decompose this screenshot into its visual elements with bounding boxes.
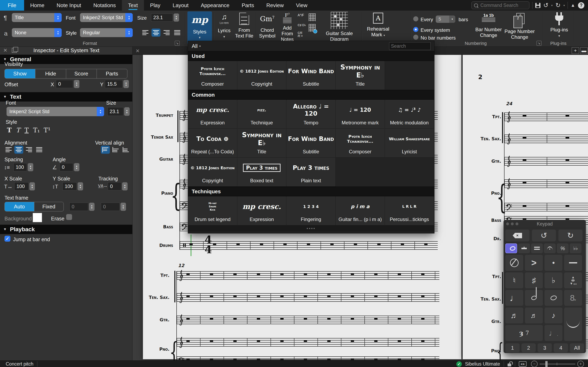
- from-text-file-button[interactable]: From Text File: [234, 13, 254, 39]
- lyrics-button[interactable]: ♫ Lo-rem Lyrics ▼: [215, 13, 233, 38]
- subscript-button[interactable]: T₁: [33, 126, 40, 134]
- sixteenth-note-button[interactable]: ♬: [505, 308, 523, 323]
- size-input[interactable]: 23.1: [151, 13, 173, 22]
- rest-button[interactable]: ȝ7: [505, 325, 543, 341]
- close-tab-icon[interactable]: ✕: [136, 48, 140, 54]
- menu-tab-home[interactable]: Home: [24, 0, 51, 11]
- hide-button[interactable]: Hide: [35, 69, 66, 78]
- redo-icon[interactable]: ↻: [555, 2, 561, 8]
- staff[interactable]: [180, 241, 438, 250]
- show-button[interactable]: Show: [5, 69, 35, 78]
- bold-button[interactable]: T: [7, 126, 12, 134]
- style-tile-title[interactable]: Symphony in E♭Title: [237, 129, 286, 158]
- voice-1-button[interactable]: 1: [505, 343, 520, 352]
- tie-button[interactable]: [564, 308, 582, 341]
- playback-section-header[interactable]: ▼Playback: [0, 225, 132, 234]
- frame-width-input[interactable]: 0: [69, 203, 88, 211]
- style-tile-fingering[interactable]: 1 2 3 4Fingering: [286, 196, 336, 225]
- keypad-tab-bars[interactable]: %: [557, 243, 569, 253]
- add-from-notes-button[interactable]: F7 Add From Notes: [278, 13, 297, 42]
- every-n-bars-radio[interactable]: [413, 16, 418, 21]
- inspector-font-select[interactable]: Inkpen2 Script Std▴▾: [7, 107, 104, 116]
- style-tile-boxed-text[interactable]: Play 3 timesBoxed text: [237, 158, 286, 187]
- keypad-titlebar[interactable]: Keypad: [504, 220, 586, 228]
- staff[interactable]: [504, 179, 588, 188]
- style-tile-title[interactable]: Symphony in E♭Title: [336, 61, 385, 90]
- redo-menu-caret[interactable]: ▾: [563, 4, 565, 7]
- keypad-tab-beams[interactable]: [518, 243, 530, 253]
- offset-x-input[interactable]: 0: [56, 80, 73, 88]
- chord-symbol-button[interactable]: Gm7 Chord Symbol: [258, 13, 277, 39]
- undo-icon[interactable]: ↺: [543, 2, 548, 8]
- style-tile-guitar-fin-p-i-m-a-[interactable]: p i m aGuitar fin... (p i m a): [336, 196, 385, 225]
- tracking-input[interactable]: 0: [108, 182, 121, 191]
- staff[interactable]: [504, 113, 588, 121]
- sharp-button[interactable]: ♯: [525, 272, 543, 288]
- valign-middle-button[interactable]: [111, 146, 120, 154]
- align-justify-button[interactable]: [173, 29, 182, 37]
- close-window-icon[interactable]: [506, 222, 509, 225]
- align-center-button[interactable]: [151, 29, 160, 37]
- inspector-size-input[interactable]: 23.1: [107, 107, 123, 116]
- style-tile-subtitle[interactable]: For Wind BandSubtitle: [286, 129, 336, 158]
- collapse-ribbon-icon[interactable]: ▲: [571, 2, 575, 8]
- fixed-button[interactable]: Fixed: [34, 202, 64, 211]
- new-tab-button[interactable]: +: [572, 47, 579, 54]
- staff[interactable]: [177, 293, 439, 302]
- undo-menu-caret[interactable]: ▾: [551, 4, 553, 7]
- spacing-stepper[interactable]: ▴▾: [28, 163, 33, 171]
- unlock-icon[interactable]: [508, 364, 511, 366]
- style-tile-subtitle[interactable]: For Wind BandSubtitle: [286, 61, 336, 90]
- guitar-scale-diagram-button[interactable]: Guitar Scale Diagram: [319, 12, 360, 42]
- keypad-tab-articulations[interactable]: [544, 243, 556, 253]
- font-select[interactable]: Inkpen2 Script Std▴▾: [80, 13, 133, 22]
- zoom-in-icon[interactable]: +: [577, 361, 584, 367]
- spacing-input[interactable]: 100: [13, 163, 27, 171]
- format-dialog-launcher[interactable]: ↘: [175, 41, 180, 46]
- keypad-tab-accidentals[interactable]: ♭♭: [570, 243, 581, 253]
- gallery-filter[interactable]: All: [192, 43, 198, 49]
- respell-button[interactable]: ▲▼◀◀: [564, 272, 582, 288]
- menu-tab-parts[interactable]: Parts: [236, 0, 260, 11]
- dotted-note-button[interactable]: ♩.: [545, 325, 562, 341]
- align-center-button[interactable]: [14, 146, 23, 154]
- align-right-button[interactable]: [25, 146, 34, 154]
- style-tile-composer[interactable]: Pyotr Ilyich Tchaikovsk...Composer: [336, 129, 385, 158]
- help-icon[interactable]: ?: [578, 2, 584, 8]
- tenuto-button[interactable]: [564, 255, 582, 271]
- style-tile-repeat-to-coda-[interactable]: To Coda ⊕Repeat (...To Coda): [188, 129, 237, 158]
- frame-width-stepper[interactable]: ▴▾: [89, 203, 95, 211]
- staff[interactable]: [177, 316, 439, 324]
- undo-button[interactable]: ↺: [532, 230, 556, 242]
- gallery-resize-handle[interactable]: ▪▪▪▪: [188, 225, 434, 231]
- accent-button[interactable]: >: [525, 255, 543, 271]
- redo-button[interactable]: ↻: [558, 230, 582, 242]
- style-tile-percussi-tickings[interactable]: L R L RPercussi...tickings: [385, 196, 434, 225]
- font-style-select[interactable]: Regular▴▾: [80, 28, 133, 37]
- zoom-slider-handle[interactable]: [545, 361, 548, 367]
- align-left-button[interactable]: [141, 29, 150, 37]
- style-tile-drum-set-legend[interactable]: Hi-hatSnareKickDrum set legend: [188, 196, 237, 225]
- gallery-search-input[interactable]: [389, 42, 431, 50]
- octave-button[interactable]: 8▸: [564, 290, 582, 306]
- natural-button[interactable]: ♮: [505, 272, 523, 288]
- style-tile-expression[interactable]: mp cresc.Expression: [237, 196, 286, 225]
- zoom-slider[interactable]: [540, 364, 575, 364]
- superscript-button[interactable]: T¹: [44, 126, 51, 134]
- minimize-panel-button[interactable]: ▬: [580, 47, 588, 54]
- jump-at-bar-end-checkbox[interactable]: ✓: [4, 236, 10, 242]
- menu-tab-text[interactable]: Text: [122, 0, 144, 11]
- staff[interactable]: [504, 157, 588, 166]
- staff[interactable]: [177, 271, 439, 280]
- yscale-input[interactable]: 100: [62, 182, 77, 191]
- align-left-button[interactable]: [4, 146, 13, 154]
- valign-bottom-button[interactable]: [121, 146, 130, 154]
- minimize-window-icon[interactable]: [511, 222, 514, 225]
- frame-height-input[interactable]: 0: [101, 203, 120, 211]
- harmonic-button[interactable]: [505, 255, 523, 271]
- style-tile-plain-text[interactable]: Play 3 timesPlain text: [286, 158, 336, 187]
- paragraph-style-select[interactable]: Title▴▾: [12, 13, 62, 22]
- chevron-down-icon[interactable]: ▾: [199, 44, 201, 48]
- staff[interactable]: [504, 134, 588, 143]
- page-number-change-button[interactable]: 6 2 Page Number Change: [504, 13, 535, 40]
